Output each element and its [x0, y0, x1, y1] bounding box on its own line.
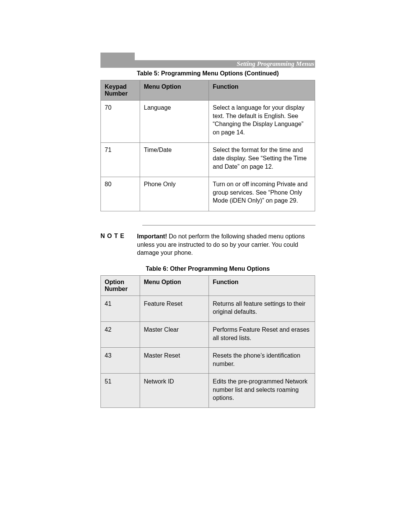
cell-function: Edits the pre-programmed Network number … — [209, 374, 315, 408]
table5-header-row: Keypad Number Menu Option Function — [101, 80, 315, 101]
cell-option-number: 42 — [101, 321, 140, 347]
note-label: NOTE — [100, 232, 137, 240]
table6-header-option-number: Option Number — [101, 275, 140, 296]
cell-function: Select the format for the time and date … — [209, 143, 315, 177]
cell-function: Returns all feature settings to their or… — [209, 296, 315, 321]
table6-header-row: Option Number Menu Option Function — [101, 275, 315, 296]
table-row: 70 Language Select a language for your d… — [101, 101, 315, 143]
table5-header-menu-option: Menu Option — [140, 80, 209, 101]
table-row: 71 Time/Date Select the format for the t… — [101, 143, 315, 177]
cell-menu-option: Master Clear — [140, 321, 209, 347]
table-row: 51 Network ID Edits the pre-programmed N… — [101, 374, 315, 408]
cell-menu-option: Phone Only — [140, 177, 209, 211]
table-row: 80 Phone Only Turn on or off incoming Pr… — [101, 177, 315, 211]
section-title: Setting Programming Menus — [100, 60, 315, 68]
page-content: Table 5: Programming Menu Options (Conti… — [100, 68, 315, 408]
table6: Option Number Menu Option Function 41 Fe… — [100, 275, 315, 408]
cell-function: Turn on or off incoming Private and grou… — [209, 177, 315, 211]
cell-menu-option: Master Reset — [140, 348, 209, 374]
table5-header-keypad-number: Keypad Number — [101, 80, 140, 101]
cell-keypad-number: 71 — [101, 143, 140, 177]
cell-option-number: 41 — [101, 296, 140, 321]
table-row: 42 Master Clear Performs Feature Reset a… — [101, 321, 315, 347]
table-row: 43 Master Reset Resets the phone’s ident… — [101, 348, 315, 374]
table6-header-menu-option: Menu Option — [140, 275, 209, 296]
cell-function: Select a language for your display text.… — [209, 101, 315, 143]
header-tab — [100, 53, 135, 60]
cell-menu-option: Feature Reset — [140, 296, 209, 321]
note-block: NOTE Important! Do not perform the follo… — [100, 232, 315, 257]
cell-menu-option: Network ID — [140, 374, 209, 408]
table6-header-function: Function — [209, 275, 315, 296]
note-text: Important! Do not perform the following … — [137, 232, 315, 257]
cell-option-number: 43 — [101, 348, 140, 374]
cell-option-number: 51 — [101, 374, 140, 408]
table5: Keypad Number Menu Option Function 70 La… — [100, 80, 315, 211]
note-important: Important! — [137, 233, 167, 240]
page-header: Setting Programming Menus — [100, 53, 315, 68]
cell-keypad-number: 70 — [101, 101, 140, 143]
cell-menu-option: Time/Date — [140, 143, 209, 177]
table6-title: Table 6: Other Programming Menu Options — [100, 265, 315, 272]
cell-keypad-number: 80 — [101, 177, 140, 211]
document-page: Setting Programming Menus Table 5: Progr… — [0, 0, 411, 532]
table5-header-function: Function — [209, 80, 315, 101]
cell-menu-option: Language — [140, 101, 209, 143]
cell-function: Performs Feature Reset and erases all st… — [209, 321, 315, 347]
divider — [142, 225, 315, 225]
table5-title: Table 5: Programming Menu Options (Conti… — [100, 70, 315, 77]
cell-function: Resets the phone’s identification number… — [209, 348, 315, 374]
table-row: 41 Feature Reset Returns all feature set… — [101, 296, 315, 321]
